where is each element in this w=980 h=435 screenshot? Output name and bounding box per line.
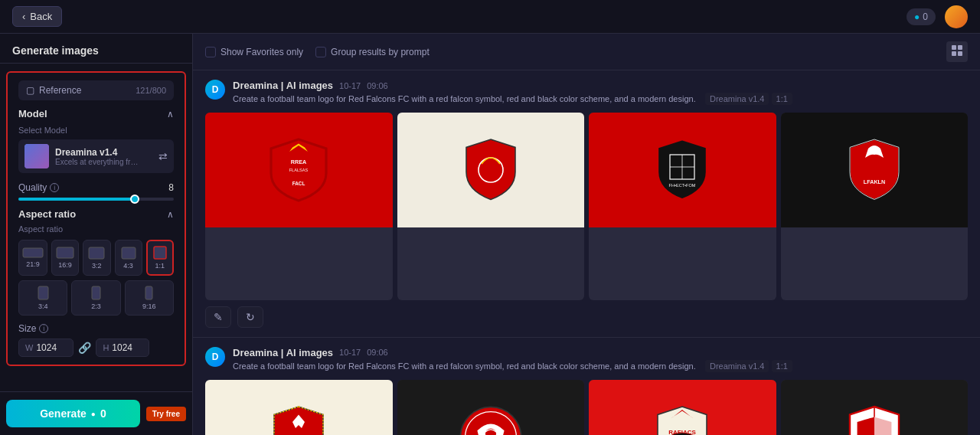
content-area: Show Favorites only Group results by pro…: [193, 34, 980, 435]
aspect-label-2-3: 2:3: [91, 303, 101, 310]
reference-text: Reference: [39, 85, 81, 96]
size-row: Size i: [18, 323, 174, 334]
gen-date-1: 10-17: [339, 81, 361, 90]
gen-meta-1: Dreamina | AI images 10-17 09:06 Create …: [233, 80, 968, 105]
grid-icon: [951, 44, 963, 57]
gen-image-1-2[interactable]: [397, 113, 585, 300]
aspect-label-4-3: 4:3: [123, 262, 133, 270]
slider-thumb: [130, 195, 139, 204]
gen-ratio-tag-1: 1:1: [772, 93, 792, 105]
image-placeholder-1-3: FH•ECT•FOM: [589, 113, 776, 227]
gen-image-1-4[interactable]: LFAKLN: [781, 113, 969, 300]
aspect-btn-9-16[interactable]: 9:16: [125, 280, 174, 316]
model-section-header: Model ∧: [18, 108, 174, 119]
back-button[interactable]: ‹ Back: [12, 6, 62, 27]
logo-svg-1-2: [460, 136, 521, 204]
generate-button[interactable]: Generate ● 0: [6, 400, 140, 427]
logo-svg-1-3: FH•ECT•FOM: [652, 136, 713, 204]
aspect-section-title: Aspect ratio: [18, 208, 76, 220]
gen-date-2: 10-17: [339, 348, 361, 357]
toolbar-left: Show Favorites only Group results by pro…: [205, 47, 430, 57]
aspect-label-3-4: 3:4: [38, 303, 48, 310]
quality-info-icon: i: [50, 183, 59, 192]
size-text: Size: [18, 323, 36, 334]
logo-svg-2-1: DLCAG: [268, 404, 329, 435]
aspect-btn-2-3[interactable]: 2:3: [71, 280, 120, 316]
reference-label: ▢ Reference: [26, 85, 81, 96]
width-input-group: W: [18, 339, 74, 357]
gen-avatar-2: D: [205, 347, 225, 367]
aspect-btn-4-3[interactable]: 4:3: [115, 240, 142, 276]
layout-button[interactable]: [946, 41, 968, 62]
slider-track[interactable]: [18, 198, 174, 201]
image-placeholder-2-3: RAFIACS: [589, 380, 776, 435]
reference-count: 121/800: [136, 86, 166, 95]
svg-text:RREA: RREA: [291, 159, 306, 165]
image-placeholder-2-4: [781, 380, 969, 435]
gen-title-1: Dreamina | AI images: [233, 80, 333, 91]
svg-text:LFAKLN: LFAKLN: [864, 179, 885, 186]
gen-image-2-1[interactable]: DLCAG: [205, 380, 393, 435]
svg-text:FH•ECT•FOM: FH•ECT•FOM: [669, 183, 696, 188]
aspect-btn-21-9[interactable]: 21:9: [18, 240, 47, 276]
gen-prompt-1: Create a football team logo for Red Falc…: [233, 93, 968, 105]
edit-button-1[interactable]: ✎: [205, 306, 231, 328]
aspect-label-9-16: 9:16: [142, 303, 156, 310]
aspect-icon-9-16: [145, 286, 153, 300]
model-thumb-inner: [24, 144, 49, 168]
gen-image-2-2[interactable]: [397, 380, 585, 435]
topbar: ‹ Back ● 0: [0, 0, 980, 34]
logo-svg-2-4: [844, 404, 905, 435]
link-icon[interactable]: 🔗: [78, 342, 91, 354]
aspect-btn-1-1[interactable]: 1:1: [146, 240, 174, 276]
aspect-label-3-2: 3:2: [92, 262, 102, 270]
gen-model-tag-1: Dreamina v1.4: [705, 93, 769, 105]
quality-row: Quality i 8: [18, 182, 174, 193]
aspect-icon-16-9: [56, 247, 74, 259]
gen-actions-1: ✎ ↻: [205, 306, 968, 328]
gen-title-row-1: Dreamina | AI images 10-17 09:06: [233, 80, 968, 91]
quality-slider[interactable]: [18, 198, 174, 201]
gen-image-1-1[interactable]: RREA FLALSAS FACL: [205, 113, 393, 300]
image-placeholder-1-2: [397, 113, 585, 227]
gen-image-2-4[interactable]: [781, 380, 969, 435]
size-inputs: W 🔗 H: [18, 339, 174, 357]
settings-icon[interactable]: ⇄: [158, 150, 168, 162]
reference-row[interactable]: ▢ Reference 121/800: [18, 80, 174, 100]
gen-ratio-tag-2: 1:1: [772, 360, 792, 372]
show-favorites-label: Show Favorites only: [220, 47, 303, 57]
sidebar: Generate images ▢ Reference 121/800 Mode…: [0, 34, 193, 435]
generate-label: Generate: [40, 407, 87, 420]
aspect-btn-16-9[interactable]: 16:9: [51, 240, 79, 276]
main-layout: Generate images ▢ Reference 121/800 Mode…: [0, 34, 980, 435]
image-placeholder-1-1: RREA FLALSAS FACL: [205, 113, 393, 227]
image-placeholder-1-4: LFAKLN: [781, 113, 969, 227]
gen-image-2-3[interactable]: RAFIACS: [589, 380, 776, 435]
aspect-chevron-icon[interactable]: ∧: [167, 209, 174, 220]
gen-images-1: RREA FLALSAS FACL: [205, 113, 968, 300]
aspect-btn-3-2[interactable]: 3:2: [83, 240, 110, 276]
width-input[interactable]: [36, 342, 67, 353]
model-selector[interactable]: Dreamina v1.4 Excels at everything from …: [18, 139, 174, 173]
height-input[interactable]: [112, 342, 142, 353]
avatar[interactable]: [945, 5, 968, 28]
slider-fill: [18, 198, 135, 201]
group-results-row: Group results by prompt: [315, 47, 430, 57]
group-results-checkbox[interactable]: [315, 47, 326, 57]
model-desc: Excels at everything from photoreali...: [55, 158, 139, 166]
gen-image-1-3[interactable]: FH•ECT•FOM: [589, 113, 776, 300]
refresh-button-1[interactable]: ↻: [237, 306, 263, 328]
model-chevron-icon[interactable]: ∧: [167, 109, 174, 119]
model-thumbnail: [24, 144, 49, 168]
quality-value: 8: [168, 182, 174, 193]
aspect-btn-3-4[interactable]: 3:4: [18, 280, 67, 316]
aspect-icon-21-9: [22, 247, 44, 258]
sidebar-main-section: ▢ Reference 121/800 Model ∧ Select Model…: [6, 71, 186, 366]
show-favorites-checkbox[interactable]: [205, 47, 216, 57]
logo-svg-1-4: LFAKLN: [844, 136, 905, 204]
credit-badge: ● 0: [906, 8, 936, 25]
select-model-label: Select Model: [18, 126, 174, 135]
svg-rect-7: [145, 286, 152, 299]
image-placeholder-2-2: [397, 380, 585, 435]
try-free-badge[interactable]: Try free: [146, 407, 186, 421]
